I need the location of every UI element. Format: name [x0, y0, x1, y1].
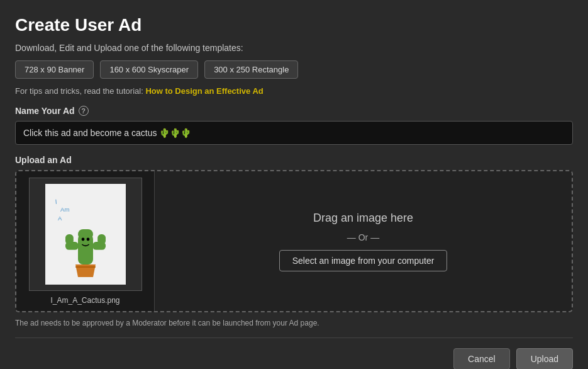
tips-line: For tips and tricks, read the tutorial: … [15, 86, 573, 96]
select-image-button[interactable]: Select an image from your computer [279, 250, 448, 271]
cancel-button[interactable]: Cancel [453, 348, 510, 369]
image-preview: I Am A [29, 178, 142, 291]
footer-actions: Cancel Upload [15, 338, 573, 369]
svg-text:A: A [58, 215, 62, 222]
moderator-note: The ad needs to be approved by a Moderat… [15, 319, 573, 327]
template-buttons-group: 728 x 90 Banner 160 x 600 Skyscraper 300… [15, 60, 573, 79]
upload-area[interactable]: I Am A [15, 170, 573, 312]
page-title: Create User Ad [15, 15, 573, 35]
subtitle: Download, Edit and Upload one of the fol… [15, 43, 573, 53]
drag-text: Drag an image here [313, 212, 413, 225]
name-info-icon[interactable]: ? [79, 106, 89, 116]
template-btn-skyscraper[interactable]: 160 x 600 Skyscraper [100, 60, 198, 79]
svg-rect-9 [78, 229, 93, 239]
ad-name-input[interactable] [15, 121, 573, 145]
svg-text:Am: Am [60, 206, 69, 213]
svg-point-10 [81, 238, 84, 241]
file-name: I_Am_A_Cactus.png [50, 296, 119, 305]
template-btn-rectangle[interactable]: 300 x 250 Rectangle [204, 60, 298, 79]
upload-button[interactable]: Upload [516, 348, 573, 369]
svg-point-11 [86, 238, 89, 241]
template-btn-banner[interactable]: 728 x 90 Banner [15, 60, 94, 79]
tips-link[interactable]: How to Design an Effective Ad [145, 86, 263, 96]
upload-drop-zone[interactable]: Drag an image here — Or — Select an imag… [155, 171, 572, 311]
upload-section-label: Upload an Ad [15, 155, 573, 165]
image-preview-panel: I Am A [16, 171, 155, 311]
svg-rect-6 [65, 234, 74, 244]
tips-prefix: For tips and tricks, read the tutorial: [15, 86, 143, 96]
svg-rect-8 [97, 234, 106, 244]
or-divider: — Or — [347, 232, 379, 242]
name-section-label: Name Your Ad ? [15, 106, 573, 116]
